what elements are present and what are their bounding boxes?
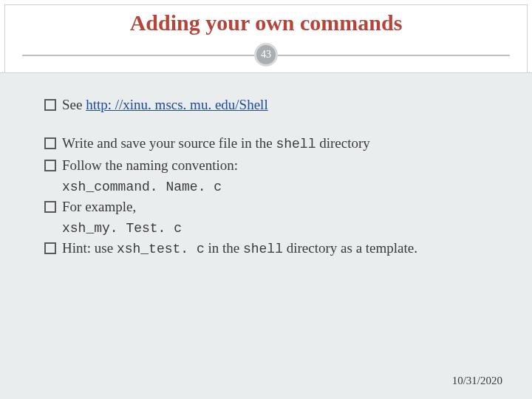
bullet-write-code: shell bbox=[276, 137, 316, 151]
content: See http: //xinu. mscs. mu. edu/Shell Wr… bbox=[0, 73, 532, 258]
spacer bbox=[44, 117, 495, 134]
content-background: See http: //xinu. mscs. mu. edu/Shell Wr… bbox=[0, 72, 532, 399]
bullet-write-prefix: Write and save your source file in the bbox=[62, 135, 276, 151]
bullet-hint-suffix: directory as a template. bbox=[283, 240, 417, 256]
bullet-example-text: For example, bbox=[62, 199, 136, 214]
slide: Adding your own commands 43 See http: //… bbox=[0, 0, 532, 399]
footer-date: 10/31/2020 bbox=[452, 375, 502, 387]
bullet-example-sub: xsh_my. Test. c bbox=[44, 219, 495, 237]
bullet-hint-prefix: Hint: use bbox=[62, 240, 117, 256]
bullet-example: For example, bbox=[44, 197, 495, 216]
bullet-write-suffix: directory bbox=[316, 135, 369, 151]
divider: 43 bbox=[0, 43, 532, 68]
bullet-hint-code1: xsh_test. c bbox=[117, 242, 205, 256]
title-area: Adding your own commands bbox=[0, 0, 532, 35]
bullet-hint-mid: in the bbox=[205, 240, 243, 256]
slide-title: Adding your own commands bbox=[30, 10, 502, 35]
bullet-follow-text: Follow the naming convention: bbox=[62, 157, 238, 173]
page-number-badge: 43 bbox=[254, 43, 278, 66]
bullet-see: See http: //xinu. mscs. mu. edu/Shell bbox=[44, 95, 495, 115]
bullet-follow-sub: xsh_command. Name. c bbox=[44, 178, 495, 196]
bullet-see-link[interactable]: http: //xinu. mscs. mu. edu/Shell bbox=[86, 97, 267, 112]
bullet-see-prefix: See bbox=[62, 97, 86, 112]
bullet-follow: Follow the naming convention: bbox=[44, 156, 495, 175]
bullet-write: Write and save your source file in the s… bbox=[44, 134, 495, 153]
page-number: 43 bbox=[261, 49, 271, 61]
bullet-hint: Hint: use xsh_test. c in the shell direc… bbox=[44, 239, 495, 258]
bullet-hint-code2: shell bbox=[243, 242, 283, 256]
